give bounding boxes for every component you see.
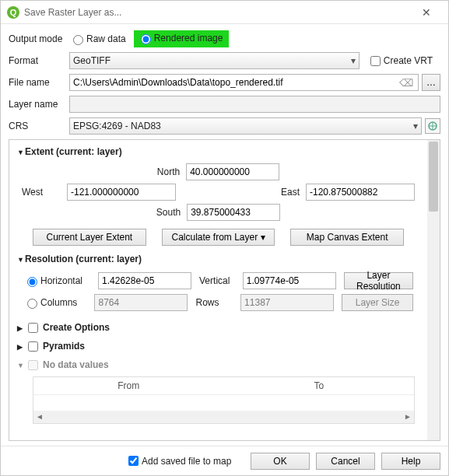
calculate-from-layer-button[interactable]: Calculate from Layer ▾: [162, 229, 275, 246]
columns-radio[interactable]: Columns: [23, 296, 79, 309]
extent-title: Extent (current: layer): [25, 146, 122, 157]
layer-size-button: Layer Size: [342, 294, 413, 311]
layer-name-row: Layer name: [9, 96, 440, 113]
vertical-label: Vertical: [199, 275, 235, 286]
file-name-input[interactable]: [73, 75, 396, 90]
create-options-title: Create Options: [43, 322, 110, 333]
scroll-thumb[interactable]: [429, 142, 438, 212]
south-input[interactable]: [187, 204, 280, 221]
cancel-button[interactable]: Cancel: [316, 453, 375, 470]
vertical-scrollbar[interactable]: [427, 140, 440, 440]
expand-icon: [17, 341, 25, 352]
layer-name-label: Layer name: [9, 99, 69, 110]
north-label: North: [157, 166, 180, 177]
dialog-footer: Add saved file to map OK Cancel Help: [1, 446, 448, 475]
horizontal-input[interactable]: [98, 272, 191, 289]
chevron-down-icon: ▾: [413, 121, 418, 131]
crs-row: CRS EPSG:4269 - NAD83 ▾: [9, 117, 440, 135]
rows-label: Rows: [195, 297, 233, 308]
help-button[interactable]: Help: [381, 453, 440, 470]
collapse-icon: [17, 359, 25, 370]
pyramids-checkbox[interactable]: [28, 341, 38, 352]
south-label: South: [156, 207, 181, 218]
horizontal-label: Horizontal: [40, 275, 82, 286]
rendered-image-radio[interactable]: Rendered image: [137, 32, 223, 44]
collapse-icon: [17, 146, 25, 157]
raw-data-radio[interactable]: Raw data: [69, 33, 126, 45]
create-options-group: Create Options: [17, 322, 419, 333]
crs-value: EPSG:4269 - NAD83: [73, 121, 413, 131]
resolution-title: Resolution (current: layer): [25, 254, 142, 264]
file-name-label: File name: [9, 77, 69, 88]
nodata-col-to: To: [224, 377, 415, 394]
rows-input: [240, 294, 334, 311]
pyramids-header[interactable]: Pyramids: [17, 341, 419, 352]
clear-filename-icon[interactable]: ⌫: [396, 77, 416, 89]
chevron-down-icon: ▾: [351, 55, 356, 66]
file-name-row: File name ⌫ …: [9, 74, 440, 91]
layer-name-input: [69, 96, 440, 113]
east-label: East: [261, 187, 300, 198]
ok-button[interactable]: OK: [251, 453, 310, 470]
columns-label: Columns: [40, 297, 77, 308]
pyramids-group: Pyramids: [17, 341, 419, 352]
output-mode-label: Output mode: [9, 33, 69, 44]
format-row: Format GeoTIFF ▾ Create VRT: [9, 52, 440, 69]
format-label: Format: [9, 55, 69, 66]
add-to-map-checkbox[interactable]: Add saved file to map: [125, 453, 231, 468]
dialog-content: Output mode Raw data Rendered image Form…: [1, 24, 448, 441]
collapse-icon: [17, 254, 25, 264]
north-input[interactable]: [186, 163, 279, 180]
close-button[interactable]: ✕: [411, 6, 442, 19]
extent-group: Extent (current: layer) North West East …: [17, 146, 419, 246]
output-mode-row: Output mode Raw data Rendered image: [9, 30, 440, 47]
extent-header[interactable]: Extent (current: layer): [17, 146, 419, 157]
horizontal-radio[interactable]: Horizontal: [23, 275, 82, 287]
layer-resolution-button[interactable]: Layer Resolution: [344, 272, 413, 289]
create-options-header[interactable]: Create Options: [17, 322, 419, 333]
map-canvas-extent-button[interactable]: Map Canvas Extent: [290, 229, 404, 246]
columns-input: [94, 294, 188, 311]
title-bar: Q Save Raster Layer as... ✕: [1, 1, 448, 24]
nodata-header[interactable]: No data values: [17, 359, 419, 370]
create-vrt-checkbox[interactable]: Create VRT: [367, 54, 433, 68]
rendered-image-label: Rendered image: [154, 33, 223, 44]
vertical-input[interactable]: [243, 272, 336, 289]
browse-file-button[interactable]: …: [422, 74, 440, 91]
nodata-table-body: [33, 395, 414, 411]
crs-picker-icon[interactable]: [425, 118, 440, 134]
nodata-checkbox: [28, 360, 38, 370]
format-select[interactable]: GeoTIFF ▾: [69, 52, 360, 69]
resolution-header[interactable]: Resolution (current: layer): [17, 254, 419, 264]
west-input[interactable]: [67, 184, 176, 201]
nodata-col-from: From: [33, 377, 224, 394]
nodata-title: No data values: [43, 359, 109, 370]
app-icon: Q: [7, 6, 19, 19]
format-value: GeoTIFF: [73, 55, 351, 66]
current-layer-extent-button[interactable]: Current Layer Extent: [33, 229, 146, 246]
nodata-group: No data values From To: [17, 359, 419, 424]
raw-data-label: Raw data: [86, 33, 126, 44]
nodata-table: From To: [33, 376, 415, 424]
expand-icon: [17, 322, 25, 333]
pyramids-title: Pyramids: [43, 341, 85, 352]
resolution-group: Resolution (current: layer) Horizontal V…: [17, 254, 419, 314]
rendered-image-highlight: Rendered image: [134, 30, 230, 47]
east-input[interactable]: [306, 184, 415, 201]
window-title: Save Raster Layer as...: [24, 7, 411, 18]
crs-label: CRS: [9, 121, 69, 131]
options-scrollpane: Extent (current: layer) North West East …: [9, 139, 440, 441]
add-to-map-label: Add saved file to map: [142, 456, 231, 467]
crs-select[interactable]: EPSG:4269 - NAD83 ▾: [69, 117, 422, 135]
west-label: West: [22, 187, 61, 198]
horizontal-scrollbar[interactable]: [33, 411, 414, 423]
create-options-checkbox[interactable]: [28, 323, 38, 333]
create-vrt-label: Create VRT: [384, 55, 433, 66]
